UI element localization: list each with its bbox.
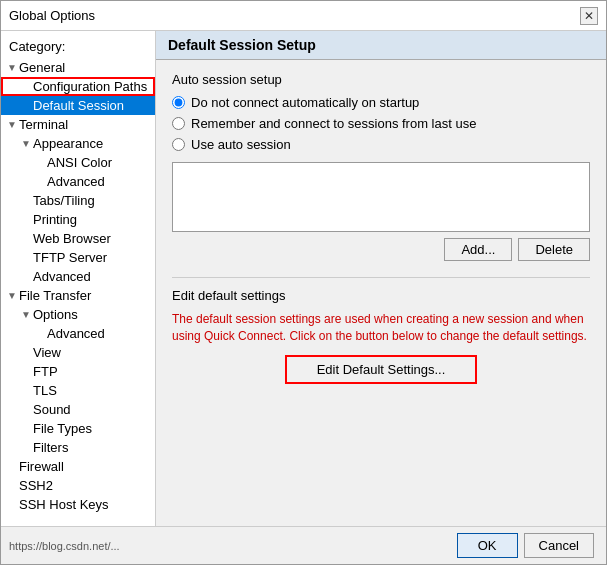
sidebar-label-advanced-terminal: Advanced bbox=[33, 269, 151, 284]
sidebar-item-ansi-color[interactable]: ANSI Color bbox=[1, 153, 155, 172]
auto-session-list[interactable] bbox=[172, 162, 590, 232]
global-options-window: Global Options ✕ Category: ▼GeneralConfi… bbox=[0, 0, 607, 565]
section-divider bbox=[172, 277, 590, 278]
sidebar-item-web-browser[interactable]: Web Browser bbox=[1, 229, 155, 248]
ok-button[interactable]: OK bbox=[457, 533, 518, 558]
cancel-button[interactable]: Cancel bbox=[524, 533, 594, 558]
sidebar-item-tls[interactable]: TLS bbox=[1, 381, 155, 400]
title-bar: Global Options ✕ bbox=[1, 1, 606, 31]
sidebar-item-options[interactable]: ▼Options bbox=[1, 305, 155, 324]
tree-toggle-options[interactable]: ▼ bbox=[19, 309, 33, 320]
sidebar-label-tftp-server: TFTP Server bbox=[33, 250, 151, 265]
sidebar-item-printing[interactable]: Printing bbox=[1, 210, 155, 229]
delete-button[interactable]: Delete bbox=[518, 238, 590, 261]
sidebar-label-appearance: Appearance bbox=[33, 136, 151, 151]
sidebar-label-ssh2: SSH2 bbox=[19, 478, 151, 493]
sidebar-item-default-session[interactable]: Default Session bbox=[1, 96, 155, 115]
radio-input-auto-session[interactable] bbox=[172, 138, 185, 151]
bottom-bar: https://blog.csdn.net/... OK Cancel bbox=[1, 526, 606, 564]
sidebar-label-firewall: Firewall bbox=[19, 459, 151, 474]
list-buttons: Add... Delete bbox=[172, 238, 590, 261]
window-body: Category: ▼GeneralConfiguration PathsDef… bbox=[1, 31, 606, 526]
url-hint: https://blog.csdn.net/... bbox=[9, 540, 120, 552]
sidebar-item-advanced-terminal-appearance[interactable]: Advanced bbox=[1, 172, 155, 191]
sidebar-item-firewall[interactable]: Firewall bbox=[1, 457, 155, 476]
window-title: Global Options bbox=[9, 8, 95, 23]
sidebar-label-tabs-tiling: Tabs/Tiling bbox=[33, 193, 151, 208]
sidebar-item-file-transfer[interactable]: ▼File Transfer bbox=[1, 286, 155, 305]
sidebar-item-configuration-paths[interactable]: Configuration Paths bbox=[1, 77, 155, 96]
tree-toggle-general[interactable]: ▼ bbox=[5, 62, 19, 73]
sidebar-item-advanced-options[interactable]: Advanced bbox=[1, 324, 155, 343]
main-content: Default Session Setup Auto session setup… bbox=[156, 31, 606, 526]
edit-default-settings-button[interactable]: Edit Default Settings... bbox=[285, 355, 478, 384]
edit-default-section-label: Edit default settings bbox=[172, 288, 590, 303]
sidebar-item-sound[interactable]: Sound bbox=[1, 400, 155, 419]
sidebar-label-ssh-host-keys: SSH Host Keys bbox=[19, 497, 151, 512]
sidebar-item-view[interactable]: View bbox=[1, 343, 155, 362]
auto-session-label: Auto session setup bbox=[172, 72, 590, 87]
content-body: Auto session setup Do not connect automa… bbox=[156, 60, 606, 526]
radio-label-no-connect: Do not connect automatically on startup bbox=[191, 95, 419, 110]
content-header: Default Session Setup bbox=[156, 31, 606, 60]
sidebar-label-printing: Printing bbox=[33, 212, 151, 227]
sidebar-label-file-transfer: File Transfer bbox=[19, 288, 151, 303]
sidebar-item-advanced-terminal[interactable]: Advanced bbox=[1, 267, 155, 286]
radio-label-auto-session: Use auto session bbox=[191, 137, 291, 152]
edit-default-desc: The default session settings are used wh… bbox=[172, 311, 590, 345]
sidebar-item-filters[interactable]: Filters bbox=[1, 438, 155, 457]
tree-toggle-terminal[interactable]: ▼ bbox=[5, 119, 19, 130]
sidebar-label-tls: TLS bbox=[33, 383, 151, 398]
sidebar-label-ansi-color: ANSI Color bbox=[47, 155, 151, 170]
sidebar-item-appearance[interactable]: ▼Appearance bbox=[1, 134, 155, 153]
sidebar-item-tftp-server[interactable]: TFTP Server bbox=[1, 248, 155, 267]
edit-default-btn-wrapper: Edit Default Settings... bbox=[172, 355, 590, 384]
sidebar-label-advanced-terminal-appearance: Advanced bbox=[47, 174, 151, 189]
radio-input-no-connect[interactable] bbox=[172, 96, 185, 109]
radio-option-remember[interactable]: Remember and connect to sessions from la… bbox=[172, 116, 590, 131]
sidebar: Category: ▼GeneralConfiguration PathsDef… bbox=[1, 31, 156, 526]
tree-toggle-appearance[interactable]: ▼ bbox=[19, 138, 33, 149]
sidebar-label-advanced-options: Advanced bbox=[47, 326, 151, 341]
sidebar-label-sound: Sound bbox=[33, 402, 151, 417]
sidebar-item-general[interactable]: ▼General bbox=[1, 58, 155, 77]
sidebar-item-file-types[interactable]: File Types bbox=[1, 419, 155, 438]
sidebar-label-configuration-paths: Configuration Paths bbox=[33, 79, 151, 94]
category-label: Category: bbox=[1, 35, 155, 58]
sidebar-label-view: View bbox=[33, 345, 151, 360]
radio-group: Do not connect automatically on startupR… bbox=[172, 95, 590, 152]
sidebar-item-tabs-tiling[interactable]: Tabs/Tiling bbox=[1, 191, 155, 210]
radio-option-auto-session[interactable]: Use auto session bbox=[172, 137, 590, 152]
sidebar-label-default-session: Default Session bbox=[33, 98, 151, 113]
sidebar-label-web-browser: Web Browser bbox=[33, 231, 151, 246]
sidebar-label-filters: Filters bbox=[33, 440, 151, 455]
tree-container: ▼GeneralConfiguration PathsDefault Sessi… bbox=[1, 58, 155, 514]
sidebar-item-ssh2[interactable]: SSH2 bbox=[1, 476, 155, 495]
sidebar-label-terminal: Terminal bbox=[19, 117, 151, 132]
sidebar-label-options: Options bbox=[33, 307, 151, 322]
sidebar-label-general: General bbox=[19, 60, 151, 75]
radio-label-remember: Remember and connect to sessions from la… bbox=[191, 116, 476, 131]
add-button[interactable]: Add... bbox=[444, 238, 512, 261]
close-button[interactable]: ✕ bbox=[580, 7, 598, 25]
tree-toggle-file-transfer[interactable]: ▼ bbox=[5, 290, 19, 301]
radio-option-no-connect[interactable]: Do not connect automatically on startup bbox=[172, 95, 590, 110]
default-settings-section: Edit default settings The default sessio… bbox=[172, 288, 590, 384]
sidebar-item-ftp[interactable]: FTP bbox=[1, 362, 155, 381]
sidebar-label-ftp: FTP bbox=[33, 364, 151, 379]
radio-input-remember[interactable] bbox=[172, 117, 185, 130]
sidebar-label-file-types: File Types bbox=[33, 421, 151, 436]
sidebar-item-ssh-host-keys[interactable]: SSH Host Keys bbox=[1, 495, 155, 514]
sidebar-item-terminal[interactable]: ▼Terminal bbox=[1, 115, 155, 134]
